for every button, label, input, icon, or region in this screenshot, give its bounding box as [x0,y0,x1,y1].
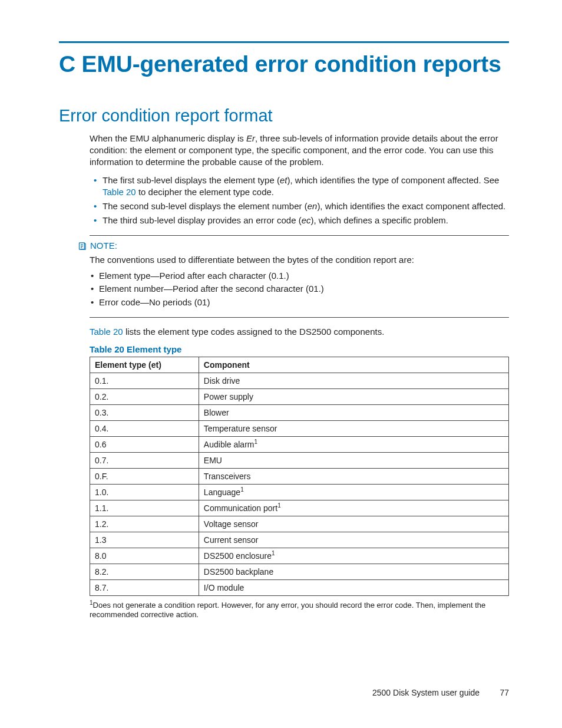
text: to decipher the element type code. [136,187,274,197]
text-italic: en [308,201,318,211]
guide-name: 2500 Disk System user guide [372,688,480,697]
table-row: 0.F.Transceivers [90,468,509,484]
note-label: NOTE: [90,241,117,251]
note-list: Element type—Period after each character… [90,269,509,309]
top-rule [59,41,509,43]
text: The third sub-level display provides an … [103,215,302,225]
sublevel-list: The first sub-level displays the element… [90,174,509,227]
cell-component: Communication port1 [199,500,508,516]
table-row: 1.3Current sensor [90,532,509,548]
table-row: 8.7.I/O module [90,579,509,595]
section-title: Error condition report format [59,106,509,126]
cell-element-type: 0.7. [90,452,199,468]
table-row: 0.4.Temperature sensor [90,420,509,436]
cell-element-type: 0.F. [90,468,199,484]
table-row: 0.3.Blower [90,404,509,420]
text: When the EMU alphanumeric display is [90,133,246,143]
cell-element-type: 8.0 [90,548,199,564]
table-row: 1.0.Language1 [90,484,509,500]
cell-component: Transceivers [199,468,508,484]
text: lists the element type codes assigned to… [123,327,385,337]
cell-element-type: 0.6 [90,436,199,452]
cell-component: Disk drive [199,373,508,388]
cell-component: Voltage sensor [199,516,508,532]
table-20-link[interactable]: Table 20 [90,327,123,337]
text: The second sub-level displays the elemen… [103,201,308,211]
table-row: 0.2.Power supply [90,388,509,404]
cell-element-type: 0.4. [90,420,199,436]
table-row: 8.0DS2500 enclosure1 [90,548,509,564]
table-row: 8.2.DS2500 backplane [90,564,509,579]
table-caption: Table 20 Element type [90,344,509,354]
cell-component: I/O module [199,579,508,595]
cell-element-type: 1.1. [90,500,199,516]
table-header: Element type (et) [90,357,199,373]
page-footer: 2500 Disk System user guide 77 [59,688,509,697]
footnote-ref: 1 [277,502,281,509]
after-note-paragraph: Table 20 lists the element type codes as… [90,326,509,338]
cell-component: Power supply [199,388,508,404]
cell-component: Current sensor [199,532,508,548]
note-block: NOTE: The conventions used to differenti… [90,235,509,318]
list-item: Element number—Period after the second c… [90,282,509,296]
text-italic: Er [246,133,255,143]
cell-element-type: 8.2. [90,564,199,579]
intro-paragraph: When the EMU alphanumeric display is Er,… [90,133,509,169]
list-item: The second sub-level displays the elemen… [90,200,509,212]
cell-element-type: 0.3. [90,404,199,420]
note-icon [78,242,87,251]
table-20-link[interactable]: Table 20 [103,187,136,197]
list-item: Element type—Period after each character… [90,269,509,283]
text: The first sub-level displays the element… [103,175,280,185]
table-row: 1.2.Voltage sensor [90,516,509,532]
cell-component: DS2500 enclosure1 [199,548,508,564]
text: ), which identifies the type of componen… [287,175,499,185]
text: ), which identifies the exact component … [317,201,505,211]
footnote-ref: 1 [254,439,257,445]
list-item: The third sub-level display provides an … [90,215,509,226]
text-italic: ec [302,215,311,225]
cell-element-type: 0.1. [90,373,199,388]
cell-element-type: 1.2. [90,516,199,532]
list-item: The first sub-level displays the element… [90,174,509,199]
cell-element-type: 1.0. [90,484,199,500]
cell-element-type: 0.2. [90,388,199,404]
cell-element-type: 1.3 [90,532,199,548]
footnote-text: Does not generate a condition report. Ho… [90,601,485,620]
cell-component: DS2500 backplane [199,564,508,579]
cell-component: Temperature sensor [199,420,508,436]
table-header: Component [199,357,508,373]
appendix-title: C EMU-generated error condition reports [59,51,509,78]
table-row: 0.7.EMU [90,452,509,468]
table-row: 0.6Audible alarm1 [90,436,509,452]
cell-component: Audible alarm1 [199,436,508,452]
footnote-ref: 1 [240,486,244,493]
text-italic: et [280,175,287,185]
cell-component: Blower [199,404,508,420]
page-number: 77 [482,688,509,697]
table-row: 0.1.Disk drive [90,373,509,388]
table-row: 1.1.Communication port1 [90,500,509,516]
cell-component: Language1 [199,484,508,500]
list-item: Error code—No periods (01) [90,296,509,309]
note-lead: The conventions used to differentiate be… [90,254,509,266]
footnote: 1Does not generate a condition report. H… [90,601,509,621]
cell-component: EMU [199,452,508,468]
element-type-table: Element type (et) Component 0.1.Disk dri… [90,357,509,596]
footnote-ref: 1 [272,550,275,556]
text: ), which defines a specific problem. [311,215,448,225]
cell-element-type: 8.7. [90,579,199,595]
